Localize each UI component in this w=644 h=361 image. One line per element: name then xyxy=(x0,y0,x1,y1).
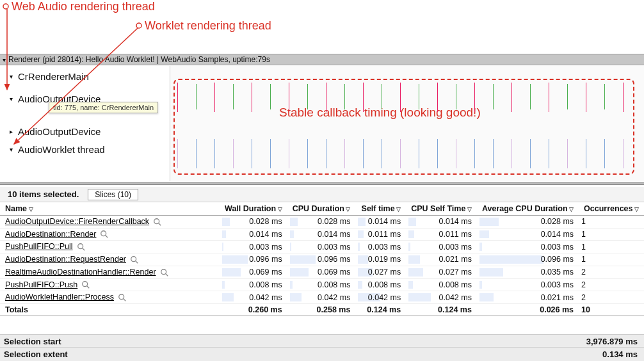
thread-row-main[interactable]: ▾ CrRendererMain xyxy=(0,67,170,85)
magnify-icon[interactable] xyxy=(160,268,169,277)
svg-point-6 xyxy=(101,231,106,236)
slice-link[interactable]: AudioWorkletHandler::Process xyxy=(5,293,114,301)
slice-link[interactable]: PushPullFIFO::Push xyxy=(5,280,77,289)
selection-summary: 10 items selected. xyxy=(8,189,79,199)
table-row[interactable]: PushPullFIFO::Push0.008 ms0.008 ms0.008 … xyxy=(0,278,644,291)
slice-link[interactable]: AudioDestination::Render xyxy=(5,230,96,239)
selection-start-row: Selection start 3,976.879 ms xyxy=(0,334,644,348)
table-header-row: Name Wall Duration CPU Duration Self tim… xyxy=(0,202,644,216)
timeline-area[interactable]: Stable callback timing (looking good!) xyxy=(170,66,644,181)
panel-divider[interactable] xyxy=(0,182,644,185)
col-name[interactable]: Name xyxy=(0,202,220,216)
slice-link[interactable]: AudioDestination::RequestRender xyxy=(5,255,126,264)
table-row[interactable]: RealtimeAudioDestinationHandler::Render0… xyxy=(0,266,644,278)
table-row[interactable]: PushPullFIFO::Pull0.003 ms0.003 ms0.003 … xyxy=(0,241,644,253)
col-cpuself[interactable]: CPU Self Time xyxy=(406,202,477,216)
svg-line-15 xyxy=(87,286,90,289)
svg-point-16 xyxy=(119,294,124,300)
annotation-overlay: Web Audio rendering thread Worklet rende… xyxy=(0,0,644,51)
thread-row-worklet[interactable]: ▾ AudioWorklet thread xyxy=(0,140,170,158)
slices-tab[interactable]: Slices (10) xyxy=(88,189,138,200)
table-row[interactable]: AudioOutputDevice::FireRenderCallback0.0… xyxy=(0,216,644,229)
tooltip: tid: 775, name: CrRendererMain xyxy=(49,102,158,113)
selection-start-value: 3,976.879 ms xyxy=(586,337,638,346)
data-table: Name Wall Duration CPU Duration Self tim… xyxy=(0,202,644,316)
thread-label: AudioWorklet thread xyxy=(18,144,105,155)
selection-bar: 10 items selected. Slices (10) xyxy=(0,187,644,202)
col-wall[interactable]: Wall Duration xyxy=(220,202,287,216)
svg-line-5 xyxy=(159,223,161,225)
expand-icon[interactable]: ▾ xyxy=(8,146,14,153)
svg-point-12 xyxy=(161,269,166,274)
magnify-icon[interactable] xyxy=(100,230,109,239)
svg-point-8 xyxy=(77,244,83,249)
svg-point-0 xyxy=(3,4,8,9)
selection-extent-label: Selection extent xyxy=(4,349,68,359)
process-title: Renderer (pid 28014): Hello Audio Workle… xyxy=(8,54,270,65)
magnify-icon[interactable] xyxy=(77,243,86,252)
magnify-icon[interactable] xyxy=(81,280,90,289)
selection-extent-row: Selection extent 0.134 ms xyxy=(0,347,644,361)
table-row[interactable]: AudioDestination::RequestRender0.096 ms0… xyxy=(0,253,644,266)
col-self[interactable]: Self time xyxy=(355,202,406,216)
svg-line-7 xyxy=(106,236,108,238)
col-occ[interactable]: Occurrences xyxy=(579,202,644,216)
slice-link[interactable]: PushPullFIFO::Pull xyxy=(5,242,73,251)
expand-icon[interactable]: ▾ xyxy=(8,95,14,102)
thread-label: CrRendererMain xyxy=(18,71,89,82)
annotation-web-audio: Web Audio rendering thread xyxy=(12,0,155,13)
col-avgcpu[interactable]: Average CPU Duration xyxy=(477,202,579,216)
magnify-icon[interactable] xyxy=(118,293,127,302)
selection-extent-value: 0.134 ms xyxy=(602,349,638,359)
svg-point-1 xyxy=(136,23,141,28)
slice-link[interactable]: AudioOutputDevice::FireRenderCallback xyxy=(5,217,149,226)
annotation-worklet: Worklet rendering thread xyxy=(145,19,271,32)
expand-icon[interactable]: ▾ xyxy=(8,73,14,80)
thread-panel: ▾ CrRendererMain ▾ AudioOutputDevice tid… xyxy=(0,66,644,181)
svg-line-9 xyxy=(82,248,85,251)
table-row[interactable]: AudioWorkletHandler::Process0.042 ms0.04… xyxy=(0,291,644,304)
svg-line-13 xyxy=(165,273,168,276)
thread-row-aod2[interactable]: ▸ AudioOutputDevice xyxy=(0,122,170,140)
selection-start-label: Selection start xyxy=(4,337,61,346)
process-header[interactable]: Renderer (pid 28014): Hello Audio Workle… xyxy=(0,54,644,65)
table-row[interactable]: AudioDestination::Render0.014 ms0.014 ms… xyxy=(0,228,644,241)
col-cpu[interactable]: CPU Duration xyxy=(287,202,356,216)
collapse-icon[interactable]: ▸ xyxy=(8,128,14,135)
svg-point-4 xyxy=(154,218,159,223)
thread-sidebar: ▾ CrRendererMain ▾ AudioOutputDevice tid… xyxy=(0,66,170,181)
expand-icon[interactable] xyxy=(3,54,6,66)
thread-label: AudioOutputDevice xyxy=(18,126,101,137)
svg-point-10 xyxy=(131,257,136,262)
svg-line-17 xyxy=(124,299,126,301)
timeline-ticks-lower xyxy=(173,138,634,170)
totals-row: Totals 0.260 ms 0.258 ms 0.124 ms 0.124 … xyxy=(0,303,644,316)
svg-point-14 xyxy=(83,282,88,287)
magnify-icon[interactable] xyxy=(153,218,162,227)
timeline-ticks-upper xyxy=(173,81,634,113)
svg-line-11 xyxy=(136,261,138,264)
magnify-icon[interactable] xyxy=(130,255,139,264)
slice-link[interactable]: RealtimeAudioDestinationHandler::Render xyxy=(5,268,156,277)
